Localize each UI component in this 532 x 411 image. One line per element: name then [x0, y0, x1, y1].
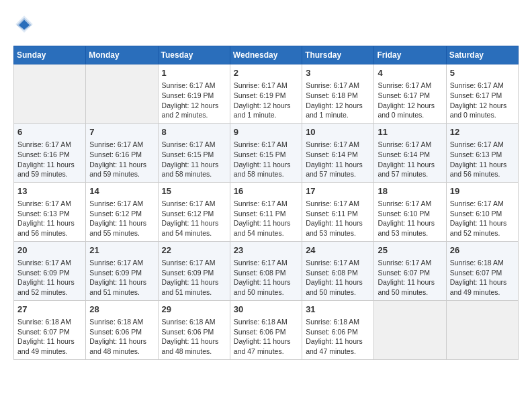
calendar-cell: 18Sunrise: 6:17 AM Sunset: 6:10 PM Dayli… — [374, 182, 446, 241]
day-info: Sunrise: 6:17 AM Sunset: 6:16 PM Dayligh… — [89, 140, 154, 179]
day-info: Sunrise: 6:17 AM Sunset: 6:11 PM Dayligh… — [306, 199, 370, 238]
day-number: 5 — [450, 67, 515, 79]
calendar-cell: 2Sunrise: 6:17 AM Sunset: 6:19 PM Daylig… — [230, 64, 302, 124]
day-info: Sunrise: 6:17 AM Sunset: 6:16 PM Dayligh… — [17, 140, 82, 179]
calendar-week-row: 6Sunrise: 6:17 AM Sunset: 6:16 PM Daylig… — [14, 123, 519, 182]
calendar-cell: 31Sunrise: 6:18 AM Sunset: 6:06 PM Dayli… — [302, 300, 374, 359]
day-number: 20 — [17, 244, 82, 257]
day-info: Sunrise: 6:17 AM Sunset: 6:15 PM Dayligh… — [234, 140, 298, 179]
calendar-cell: 15Sunrise: 6:17 AM Sunset: 6:12 PM Dayli… — [158, 182, 230, 241]
day-number: 25 — [378, 244, 442, 257]
calendar-cell: 14Sunrise: 6:17 AM Sunset: 6:12 PM Dayli… — [86, 182, 158, 241]
calendar-cell: 30Sunrise: 6:18 AM Sunset: 6:06 PM Dayli… — [230, 300, 302, 359]
weekday-header: Sunday — [14, 46, 86, 64]
day-info: Sunrise: 6:17 AM Sunset: 6:17 PM Dayligh… — [378, 81, 442, 120]
day-number: 27 — [17, 304, 82, 316]
day-info: Sunrise: 6:17 AM Sunset: 6:12 PM Dayligh… — [89, 199, 154, 238]
day-info: Sunrise: 6:17 AM Sunset: 6:19 PM Dayligh… — [162, 81, 226, 120]
day-info: Sunrise: 6:17 AM Sunset: 6:13 PM Dayligh… — [450, 140, 515, 179]
calendar-week-row: 13Sunrise: 6:17 AM Sunset: 6:13 PM Dayli… — [14, 182, 519, 241]
day-info: Sunrise: 6:17 AM Sunset: 6:09 PM Dayligh… — [89, 258, 154, 298]
calendar-cell: 26Sunrise: 6:18 AM Sunset: 6:07 PM Dayli… — [446, 241, 518, 300]
day-number: 3 — [306, 67, 370, 79]
calendar-cell: 10Sunrise: 6:17 AM Sunset: 6:14 PM Dayli… — [302, 123, 374, 182]
day-info: Sunrise: 6:17 AM Sunset: 6:19 PM Dayligh… — [234, 81, 298, 120]
calendar-cell: 16Sunrise: 6:17 AM Sunset: 6:11 PM Dayli… — [230, 182, 302, 241]
calendar-table: SundayMondayTuesdayWednesdayThursdayFrid… — [13, 46, 519, 360]
day-info: Sunrise: 6:18 AM Sunset: 6:06 PM Dayligh… — [162, 317, 226, 357]
day-number: 23 — [234, 244, 298, 257]
calendar-cell: 23Sunrise: 6:17 AM Sunset: 6:08 PM Dayli… — [230, 241, 302, 300]
day-number: 24 — [306, 244, 370, 257]
day-info: Sunrise: 6:17 AM Sunset: 6:12 PM Dayligh… — [162, 199, 226, 238]
calendar-cell: 21Sunrise: 6:17 AM Sunset: 6:09 PM Dayli… — [86, 241, 158, 300]
calendar-cell: 5Sunrise: 6:17 AM Sunset: 6:17 PM Daylig… — [446, 64, 518, 124]
logo — [13, 13, 39, 35]
day-info: Sunrise: 6:18 AM Sunset: 6:06 PM Dayligh… — [306, 317, 370, 357]
day-number: 21 — [89, 244, 154, 257]
day-number: 16 — [234, 185, 298, 197]
day-number: 12 — [450, 126, 515, 138]
weekday-header: Thursday — [302, 46, 374, 64]
day-info: Sunrise: 6:17 AM Sunset: 6:14 PM Dayligh… — [378, 140, 442, 179]
day-info: Sunrise: 6:17 AM Sunset: 6:17 PM Dayligh… — [450, 81, 515, 120]
calendar-cell: 7Sunrise: 6:17 AM Sunset: 6:16 PM Daylig… — [86, 123, 158, 182]
day-number: 6 — [17, 126, 82, 138]
calendar-cell — [374, 300, 446, 359]
day-number: 31 — [306, 304, 370, 316]
calendar-cell: 11Sunrise: 6:17 AM Sunset: 6:14 PM Dayli… — [374, 123, 446, 182]
calendar-cell: 27Sunrise: 6:18 AM Sunset: 6:07 PM Dayli… — [14, 300, 86, 359]
calendar-cell: 29Sunrise: 6:18 AM Sunset: 6:06 PM Dayli… — [158, 300, 230, 359]
weekday-header: Tuesday — [158, 46, 230, 64]
day-number: 22 — [162, 244, 226, 257]
calendar-cell: 24Sunrise: 6:17 AM Sunset: 6:08 PM Dayli… — [302, 241, 374, 300]
calendar-cell: 25Sunrise: 6:17 AM Sunset: 6:07 PM Dayli… — [374, 241, 446, 300]
calendar-cell: 1Sunrise: 6:17 AM Sunset: 6:19 PM Daylig… — [158, 64, 230, 124]
day-info: Sunrise: 6:17 AM Sunset: 6:09 PM Dayligh… — [162, 258, 226, 298]
day-number: 18 — [378, 185, 442, 197]
calendar-week-row: 1Sunrise: 6:17 AM Sunset: 6:19 PM Daylig… — [14, 64, 519, 124]
day-info: Sunrise: 6:18 AM Sunset: 6:07 PM Dayligh… — [450, 258, 515, 298]
calendar-cell — [14, 64, 86, 124]
calendar-cell: 22Sunrise: 6:17 AM Sunset: 6:09 PM Dayli… — [158, 241, 230, 300]
day-info: Sunrise: 6:17 AM Sunset: 6:09 PM Dayligh… — [17, 258, 82, 298]
calendar-cell: 3Sunrise: 6:17 AM Sunset: 6:18 PM Daylig… — [302, 64, 374, 124]
day-number: 30 — [234, 304, 298, 316]
day-number: 29 — [162, 304, 226, 316]
calendar-cell — [86, 64, 158, 124]
day-info: Sunrise: 6:17 AM Sunset: 6:08 PM Dayligh… — [306, 258, 370, 298]
calendar-cell — [446, 300, 518, 359]
day-number: 10 — [306, 126, 370, 138]
calendar-week-row: 27Sunrise: 6:18 AM Sunset: 6:07 PM Dayli… — [14, 300, 519, 359]
day-info: Sunrise: 6:17 AM Sunset: 6:13 PM Dayligh… — [17, 199, 82, 238]
day-info: Sunrise: 6:18 AM Sunset: 6:07 PM Dayligh… — [17, 317, 82, 357]
calendar-cell: 12Sunrise: 6:17 AM Sunset: 6:13 PM Dayli… — [446, 123, 518, 182]
calendar-cell: 8Sunrise: 6:17 AM Sunset: 6:15 PM Daylig… — [158, 123, 230, 182]
calendar-cell: 6Sunrise: 6:17 AM Sunset: 6:16 PM Daylig… — [14, 123, 86, 182]
weekday-header: Monday — [86, 46, 158, 64]
calendar-cell: 13Sunrise: 6:17 AM Sunset: 6:13 PM Dayli… — [14, 182, 86, 241]
calendar-cell: 20Sunrise: 6:17 AM Sunset: 6:09 PM Dayli… — [14, 241, 86, 300]
day-info: Sunrise: 6:17 AM Sunset: 6:07 PM Dayligh… — [378, 258, 442, 298]
day-info: Sunrise: 6:18 AM Sunset: 6:06 PM Dayligh… — [89, 317, 154, 357]
day-number: 7 — [89, 126, 154, 138]
weekday-header: Friday — [374, 46, 446, 64]
day-info: Sunrise: 6:18 AM Sunset: 6:06 PM Dayligh… — [234, 317, 298, 357]
day-number: 17 — [306, 185, 370, 197]
day-number: 14 — [89, 185, 154, 197]
logo-icon — [13, 13, 35, 35]
day-info: Sunrise: 6:17 AM Sunset: 6:14 PM Dayligh… — [306, 140, 370, 179]
day-info: Sunrise: 6:17 AM Sunset: 6:18 PM Dayligh… — [306, 81, 370, 120]
day-number: 19 — [450, 185, 515, 197]
weekday-header: Saturday — [446, 46, 518, 64]
calendar-cell: 19Sunrise: 6:17 AM Sunset: 6:10 PM Dayli… — [446, 182, 518, 241]
calendar-cell: 9Sunrise: 6:17 AM Sunset: 6:15 PM Daylig… — [230, 123, 302, 182]
day-info: Sunrise: 6:17 AM Sunset: 6:15 PM Dayligh… — [162, 140, 226, 179]
day-number: 2 — [234, 67, 298, 79]
calendar-cell: 28Sunrise: 6:18 AM Sunset: 6:06 PM Dayli… — [86, 300, 158, 359]
calendar-cell: 17Sunrise: 6:17 AM Sunset: 6:11 PM Dayli… — [302, 182, 374, 241]
calendar-cell: 4Sunrise: 6:17 AM Sunset: 6:17 PM Daylig… — [374, 64, 446, 124]
day-number: 26 — [450, 244, 515, 257]
day-number: 15 — [162, 185, 226, 197]
day-info: Sunrise: 6:17 AM Sunset: 6:10 PM Dayligh… — [450, 199, 515, 238]
